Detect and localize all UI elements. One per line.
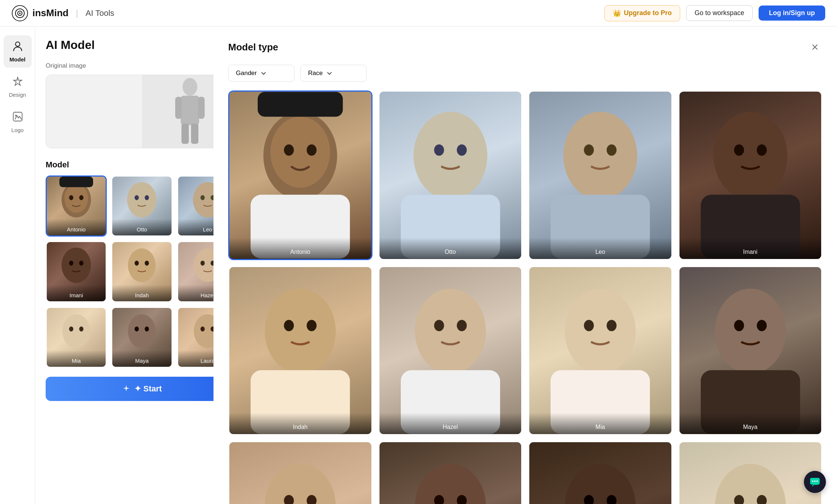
svg-point-93 — [812, 480, 813, 482]
modal-card-indah[interactable]: Indah — [228, 266, 372, 436]
modal-otto-label: Otto — [379, 238, 522, 259]
model-card-imani[interactable]: Imani — [46, 241, 107, 302]
model-section-title: Model — [46, 160, 69, 170]
model-card-mia[interactable]: Mia — [46, 307, 107, 368]
svg-point-42 — [271, 117, 330, 188]
side-nav: Model Design Logo — [0, 26, 35, 504]
svg-point-59 — [265, 288, 336, 373]
svg-point-67 — [565, 288, 636, 373]
svg-rect-9 — [198, 97, 205, 119]
modal-card-antonio[interactable]: Antonio — [228, 90, 372, 260]
svg-point-94 — [814, 480, 816, 482]
modal-header: Model type — [228, 40, 822, 54]
svg-point-51 — [564, 112, 637, 200]
chevron-down-icon-2 — [326, 70, 332, 76]
svg-point-26 — [128, 249, 156, 283]
svg-point-17 — [127, 182, 156, 217]
svg-point-32 — [62, 314, 90, 348]
modal-antonio-svg — [229, 92, 371, 259]
start-button[interactable]: ✦ Start — [46, 377, 238, 401]
modal-card-laura[interactable]: Laura — [228, 441, 372, 504]
svg-point-3 — [15, 42, 20, 46]
model-card-maya[interactable]: Maya — [111, 307, 172, 368]
upload-area[interactable] — [46, 75, 238, 148]
model-card-antonio-label: Antonio — [47, 219, 106, 235]
svg-point-36 — [135, 326, 139, 331]
sparkle-icon — [122, 384, 131, 393]
svg-point-33 — [69, 326, 73, 331]
chevron-down-icon — [261, 70, 266, 76]
svg-point-47 — [413, 112, 487, 200]
workspace-button[interactable]: Go to workspace — [686, 5, 753, 21]
chat-bubble[interactable] — [804, 471, 826, 493]
model-card-antonio[interactable]: Antonio — [46, 175, 107, 237]
page-title: AI Model — [46, 38, 238, 52]
modal-imani-label: Imani — [679, 238, 822, 259]
modal-maya-svg — [679, 267, 822, 434]
app-layout: Model Design Logo AI Model Original — [0, 0, 837, 504]
modal-card-hazel[interactable]: Hazel — [378, 266, 523, 436]
modal-card-leo[interactable]: Leo — [528, 90, 672, 260]
svg-rect-16 — [59, 177, 93, 187]
svg-point-73 — [757, 320, 767, 331]
race-dropdown[interactable]: Race — [300, 65, 367, 82]
svg-point-78 — [415, 464, 486, 504]
sidebar-item-model[interactable]: Model — [4, 35, 32, 68]
modal-maliq-svg — [529, 442, 671, 504]
modal-card-maya[interactable]: Maya — [678, 266, 823, 436]
chat-icon — [809, 476, 820, 487]
modal-otto-svg — [379, 92, 522, 259]
modal-mia-label: Mia — [529, 413, 671, 434]
modal-close-button[interactable] — [808, 40, 822, 54]
filter-row: Gander Race — [228, 65, 822, 82]
model-nav-icon — [12, 40, 23, 54]
model-grid: Antonio Otto — [46, 175, 238, 368]
logo-area: insMind | AI Tools — [12, 5, 114, 21]
svg-point-19 — [145, 195, 149, 200]
svg-point-5 — [15, 115, 17, 116]
svg-point-68 — [584, 320, 594, 331]
app-header: insMind | AI Tools 👑 Upgrade to Pro Go t… — [0, 0, 837, 26]
login-button[interactable]: Log in/Sign up — [759, 6, 825, 21]
svg-rect-7 — [181, 96, 199, 125]
modal-card-maliq[interactable]: Maliq — [528, 441, 672, 504]
model-card-otto[interactable]: Otto — [111, 175, 172, 237]
gender-label: Gander — [236, 70, 257, 77]
modal-imani-svg — [679, 92, 822, 259]
svg-point-23 — [61, 248, 91, 283]
model-nav-label: Model — [10, 56, 25, 63]
svg-point-24 — [69, 261, 73, 266]
svg-point-55 — [713, 112, 787, 200]
modal-hazel-svg — [379, 267, 522, 434]
modal-indah-svg — [229, 267, 371, 434]
ai-tools-label: AI Tools — [85, 8, 114, 18]
svg-point-28 — [145, 261, 149, 266]
svg-rect-11 — [191, 124, 198, 144]
modal-card-mia[interactable]: Mia — [528, 266, 672, 436]
upgrade-button[interactable]: 👑 Upgrade to Pro — [604, 5, 680, 21]
svg-point-63 — [415, 288, 486, 373]
start-label: ✦ Start — [134, 384, 162, 394]
sidebar-item-logo[interactable]: Logo — [4, 106, 32, 138]
modal-card-xavier[interactable]: Xavier — [378, 441, 523, 504]
model-card-otto-label: Otto — [112, 219, 171, 235]
svg-point-30 — [200, 261, 204, 266]
model-card-imani-label: Imani — [47, 285, 106, 301]
svg-point-65 — [457, 320, 467, 331]
modal-card-otto[interactable]: Otto — [378, 90, 523, 260]
header-actions: 👑 Upgrade to Pro Go to workspace Log in/… — [604, 5, 825, 21]
svg-point-81 — [565, 464, 636, 504]
svg-point-44 — [307, 144, 317, 156]
model-card-indah[interactable]: Indah — [111, 241, 172, 302]
modal-leo-label: Leo — [529, 238, 671, 259]
sidebar-item-design[interactable]: Design — [4, 71, 32, 103]
modal-card-imani[interactable]: Imani — [678, 90, 823, 260]
modal-bakti-svg — [679, 442, 822, 504]
modal-card-bakti[interactable]: Bakti — [678, 441, 823, 504]
upload-placeholder — [46, 75, 142, 148]
modal-leo-svg — [529, 92, 671, 259]
original-image-label: Original image — [46, 62, 238, 70]
svg-point-2 — [19, 13, 21, 14]
modal-panel: Model type Gander Race — [213, 26, 837, 504]
gender-dropdown[interactable]: Gander — [228, 65, 294, 82]
